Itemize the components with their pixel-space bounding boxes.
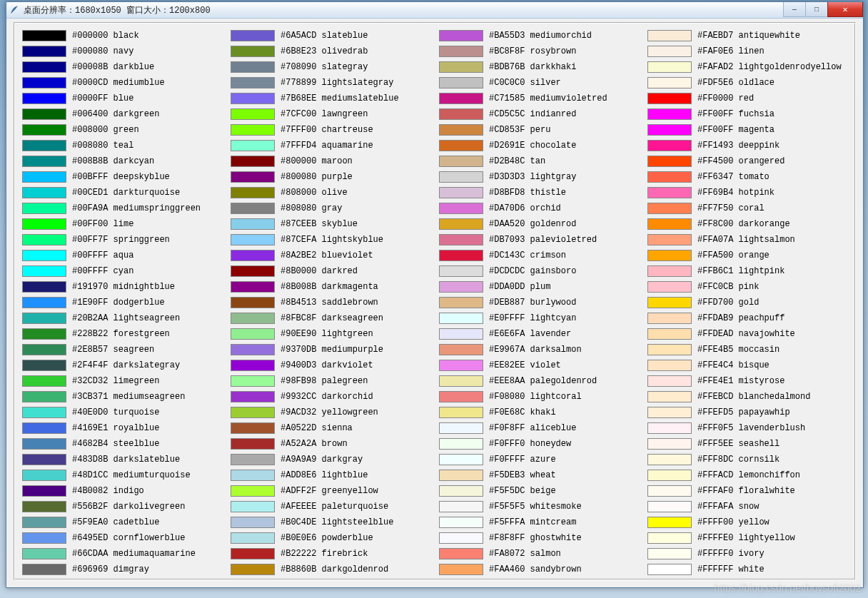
color-label: #9932CC darkorchid bbox=[281, 392, 373, 402]
color-label: #87CEEB skyblue bbox=[281, 219, 358, 229]
color-row: #A0522D sienna bbox=[231, 420, 430, 436]
color-label: #FF4500 orangered bbox=[697, 156, 784, 166]
color-row: #FFFFE0 lightyellow bbox=[647, 530, 847, 546]
color-row: #008000 green bbox=[22, 122, 222, 138]
color-swatch bbox=[22, 108, 66, 120]
color-row: #DDA0DD plum bbox=[439, 279, 639, 295]
color-row: #FFE4C4 bisque bbox=[647, 358, 847, 373]
color-row: #8FBC8F darkseagreen bbox=[231, 310, 430, 326]
color-swatch bbox=[647, 407, 692, 418]
color-row: #DC143C crimson bbox=[439, 248, 639, 263]
color-label: #FFDAB9 peachpuff bbox=[697, 313, 784, 323]
color-label: #FFFACD lemonchiffon bbox=[697, 470, 800, 480]
color-label: #BA55D3 mediumorchid bbox=[489, 31, 592, 41]
color-row: #FFF5EE seashell bbox=[647, 436, 847, 452]
color-row: #FA8072 salmon bbox=[439, 546, 639, 562]
color-row: #DCDCDC gainsboro bbox=[439, 263, 639, 279]
color-swatch bbox=[22, 422, 66, 434]
color-swatch bbox=[647, 438, 692, 450]
color-swatch bbox=[439, 517, 483, 528]
color-swatch bbox=[647, 250, 692, 261]
color-row: #A52A2A brown bbox=[231, 436, 430, 452]
color-label: #F0FFFF azure bbox=[489, 455, 556, 465]
color-label: #ADD8E6 lightblue bbox=[281, 470, 368, 480]
color-swatch bbox=[647, 108, 692, 120]
color-label: #BDB76B darkkhaki bbox=[489, 62, 576, 72]
color-swatch bbox=[231, 124, 275, 136]
minimize-button[interactable]: — bbox=[783, 2, 805, 17]
color-label: #8A2BE2 blueviolet bbox=[281, 250, 373, 260]
color-row: #DA70D6 orchid bbox=[439, 201, 639, 216]
color-row: #A9A9A9 darkgray bbox=[231, 452, 430, 467]
color-swatch bbox=[231, 422, 275, 434]
color-row: #B8860B darkgoldenrod bbox=[231, 562, 430, 577]
color-column: #FAEBD7 antiquewhite#FAF0E6 linen#FAFAD2… bbox=[643, 28, 852, 574]
color-swatch bbox=[22, 30, 66, 41]
color-swatch bbox=[22, 187, 66, 198]
titlebar[interactable]: 桌面分辨率：1680x1050 窗口大小：1200x800 — □ ✕ bbox=[6, 2, 863, 19]
color-swatch bbox=[439, 344, 483, 355]
color-label: #000080 navy bbox=[72, 46, 133, 56]
color-label: #FFA07A lightsalmon bbox=[697, 235, 795, 245]
color-swatch bbox=[647, 344, 692, 355]
color-row: #800080 purple bbox=[231, 169, 430, 185]
color-swatch bbox=[22, 234, 66, 245]
color-row: #B0E0E6 powderblue bbox=[231, 530, 430, 546]
color-swatch bbox=[231, 454, 275, 465]
close-button[interactable]: ✕ bbox=[827, 2, 863, 17]
color-label: #B8860B darkgoldenrod bbox=[281, 564, 388, 574]
color-label: #A0522D sienna bbox=[281, 423, 353, 433]
color-row: #708090 slategray bbox=[231, 59, 430, 75]
color-swatch bbox=[22, 77, 66, 88]
color-row: #00FF00 lime bbox=[22, 216, 222, 232]
maximize-button[interactable]: □ bbox=[805, 2, 827, 17]
color-swatch bbox=[231, 93, 275, 104]
color-row: #1E90FF dodgerblue bbox=[22, 295, 222, 310]
color-row: #00FF7F springgreen bbox=[22, 232, 222, 248]
color-swatch bbox=[231, 108, 275, 120]
color-row: #F0F8FF aliceblue bbox=[439, 420, 639, 436]
color-label: #20B2AA lightseagreen bbox=[72, 313, 180, 323]
color-swatch bbox=[231, 501, 275, 512]
color-swatch bbox=[231, 517, 275, 528]
color-swatch bbox=[22, 548, 66, 559]
color-row: #8B0000 darkred bbox=[231, 263, 430, 279]
color-swatch bbox=[647, 422, 692, 434]
color-row: #FF7F50 coral bbox=[647, 201, 847, 216]
color-row: #FFD700 gold bbox=[647, 295, 847, 310]
color-label: #FFF8DC cornsilk bbox=[697, 455, 779, 465]
color-row: #5F9EA0 cadetblue bbox=[22, 515, 222, 530]
color-label: #2E8B57 seagreen bbox=[72, 345, 154, 355]
color-row: #6A5ACD slateblue bbox=[231, 28, 430, 44]
color-label: #FAFAD2 lightgoldenrodyellow bbox=[697, 62, 842, 72]
color-row: #483D8B darkslateblue bbox=[22, 452, 222, 467]
color-swatch bbox=[22, 454, 66, 465]
color-swatch bbox=[439, 93, 483, 104]
color-label: #F0E68C khaki bbox=[489, 407, 556, 417]
color-row: #DAA520 goldenrod bbox=[439, 216, 639, 232]
color-row: #6B8E23 olivedrab bbox=[231, 44, 430, 59]
color-label: #E9967A darksalmon bbox=[489, 345, 582, 355]
color-label: #FAEBD7 antiquewhite bbox=[697, 31, 800, 41]
color-row: #FF00FF magenta bbox=[647, 122, 847, 138]
color-label: #FFF5EE seashell bbox=[697, 439, 779, 449]
color-swatch bbox=[439, 360, 483, 371]
color-swatch bbox=[439, 234, 483, 245]
color-swatch bbox=[22, 344, 66, 355]
color-row: #F5FFFA mintcream bbox=[439, 515, 639, 530]
color-row: #3CB371 mediumseagreen bbox=[22, 389, 222, 405]
color-row: #9ACD32 yellowgreen bbox=[231, 405, 430, 420]
color-swatch bbox=[647, 140, 692, 151]
color-row: #87CEEB skyblue bbox=[231, 216, 430, 232]
color-swatch bbox=[439, 265, 483, 277]
color-row: #F0FFFF azure bbox=[439, 452, 639, 467]
color-label: #00FA9A mediumspringgreen bbox=[72, 203, 201, 213]
color-label: #FFD700 gold bbox=[697, 298, 759, 308]
color-row: #FF0000 red bbox=[647, 91, 847, 106]
color-swatch bbox=[22, 313, 66, 324]
color-row: #FFFACD lemonchiffon bbox=[647, 467, 847, 483]
color-label: #4682B4 steelblue bbox=[72, 439, 159, 449]
color-row: #FFDAB9 peachpuff bbox=[647, 310, 847, 326]
color-label: #00008B darkblue bbox=[72, 62, 154, 72]
color-swatch bbox=[22, 93, 66, 104]
